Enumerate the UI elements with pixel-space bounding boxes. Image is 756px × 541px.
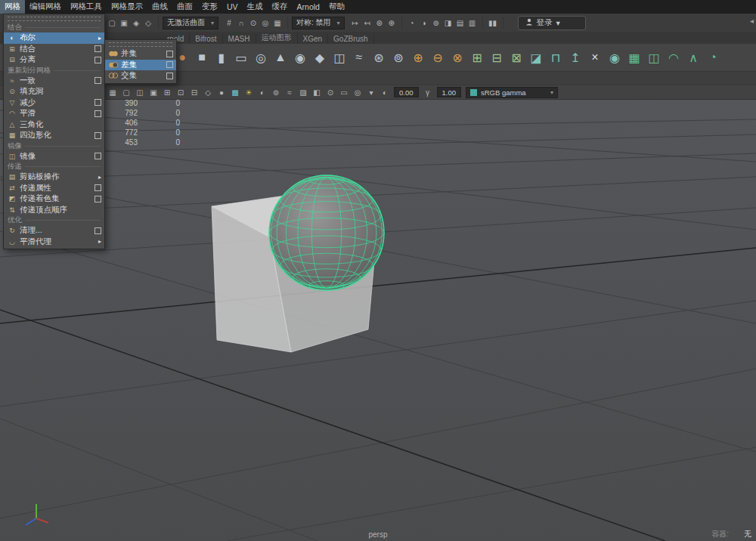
submenu-item-差集[interactable]: 差集 bbox=[105, 60, 176, 71]
multisample-icon[interactable]: ▨ bbox=[296, 87, 310, 98]
construction-history-icon[interactable]: ⊛ bbox=[373, 17, 386, 29]
poly-gear-icon[interactable]: ⊛ bbox=[369, 47, 389, 68]
exposure-icon[interactable]: ◐ bbox=[378, 87, 392, 98]
smooth-shade-icon[interactable]: ● bbox=[215, 87, 228, 98]
sphere-object[interactable] bbox=[269, 175, 384, 290]
submenu-tearoff-handle[interactable] bbox=[109, 42, 172, 47]
snap-plane-icon[interactable]: ▦ bbox=[271, 17, 284, 29]
menu-item-传递顶点顺序[interactable]: ⇅传递顶点顺序 bbox=[4, 205, 104, 216]
select-component-icon[interactable]: ◈ bbox=[130, 17, 142, 29]
menu-item-四边形化[interactable]: ▦四边形化 bbox=[4, 130, 104, 141]
resolution-gate-icon[interactable]: ◫ bbox=[133, 87, 147, 98]
snap-center-icon[interactable]: ◎ bbox=[259, 17, 271, 29]
select-hierarchy-icon[interactable]: ▢ bbox=[106, 17, 118, 29]
grid-toggle-icon[interactable]: ▦ bbox=[106, 87, 119, 98]
menu-item-填充洞[interactable]: ⊙填充洞 bbox=[4, 86, 104, 97]
menubar-item-Arnold[interactable]: Arnold bbox=[293, 1, 324, 13]
menu-item-减少[interactable]: ▽减少 bbox=[4, 97, 104, 109]
option-box[interactable] bbox=[94, 196, 101, 202]
menu-item-传递着色集[interactable]: ◩传递着色集 bbox=[4, 193, 104, 205]
poly-cube-icon[interactable]: ■ bbox=[192, 47, 212, 68]
option-box[interactable] bbox=[94, 45, 101, 52]
menu-item-一致[interactable]: ≈一致 bbox=[4, 76, 104, 87]
render-frame-icon[interactable]: ◔ bbox=[406, 17, 418, 29]
menu-item-平滑[interactable]: ◠平滑 bbox=[4, 108, 104, 119]
render-settings-icon[interactable]: ⊚ bbox=[430, 17, 442, 29]
isolate-select-icon[interactable]: ⊙ bbox=[324, 87, 337, 98]
ipr-render-icon[interactable]: ◑ bbox=[418, 17, 430, 29]
option-box[interactable] bbox=[166, 73, 173, 79]
shelf-tab-GoZBrush[interactable]: GoZBrush bbox=[328, 34, 374, 44]
menu-item-三角化[interactable]: △三角化 bbox=[4, 119, 104, 131]
shelf-tab-运动图形[interactable]: 运动图形 bbox=[256, 32, 298, 44]
render-view-icon[interactable]: ▤ bbox=[454, 17, 466, 29]
option-box[interactable] bbox=[94, 184, 101, 191]
submenu-item-并集[interactable]: 并集 bbox=[105, 48, 176, 60]
combine-icon[interactable]: ⊞ bbox=[467, 47, 487, 68]
colorspace-dropdown[interactable]: sRGB gamma▾ bbox=[466, 87, 558, 98]
sequence-render-icon[interactable]: ▥ bbox=[466, 17, 479, 29]
poly-plane-icon[interactable]: ▭ bbox=[231, 47, 251, 68]
separate-icon[interactable]: ⊟ bbox=[487, 47, 507, 68]
menubar-item-网格显示[interactable]: 网格显示 bbox=[107, 0, 147, 14]
input-connection-icon[interactable]: ↦ bbox=[349, 17, 361, 29]
shelf-tab-XGen[interactable]: XGen bbox=[298, 34, 329, 44]
gamma-icon[interactable]: γ bbox=[421, 87, 435, 98]
option-box[interactable] bbox=[94, 57, 101, 63]
snap-grid-icon[interactable]: # bbox=[223, 17, 235, 29]
shadows-icon[interactable]: ◐ bbox=[256, 87, 269, 98]
hypershade-icon[interactable]: ◨ bbox=[442, 17, 454, 29]
menu-item-分离[interactable]: ⊟分离 bbox=[4, 54, 104, 66]
crease-icon[interactable]: ∧ bbox=[683, 47, 703, 68]
boolean-union-icon[interactable]: ⊕ bbox=[408, 47, 428, 68]
bookmarks-icon[interactable]: ▾ bbox=[364, 87, 378, 98]
poly-helix-icon[interactable]: ≈ bbox=[349, 47, 369, 68]
poly-disc-icon[interactable]: ◉ bbox=[290, 47, 310, 68]
menu-item-镜像[interactable]: ◫镜像 bbox=[4, 151, 104, 162]
option-box[interactable] bbox=[94, 77, 101, 84]
poly-torus-icon[interactable]: ◎ bbox=[251, 47, 271, 68]
gate-mask-icon[interactable]: ▣ bbox=[147, 87, 160, 98]
image-plane-icon[interactable]: ▭ bbox=[337, 87, 351, 98]
viewport-persp[interactable]: 39007920406077204530 persp 容器:无 bbox=[0, 98, 756, 541]
menu-tearoff-handle[interactable] bbox=[8, 17, 101, 21]
poly-cone-icon[interactable]: ▲ bbox=[271, 47, 290, 68]
option-box[interactable] bbox=[94, 227, 101, 234]
option-box[interactable] bbox=[94, 132, 101, 139]
menubar-item-曲面[interactable]: 曲面 bbox=[172, 0, 197, 14]
menubar-item-帮助[interactable]: 帮助 bbox=[324, 0, 349, 14]
target-weld-icon[interactable]: ◉ bbox=[605, 47, 624, 68]
textured-mode-icon[interactable]: ▩ bbox=[228, 87, 242, 98]
use-all-lights-icon[interactable]: ☀ bbox=[242, 87, 256, 98]
login-button[interactable]: 登录▾ bbox=[518, 16, 586, 30]
platonic-solid-icon[interactable]: ◆ bbox=[310, 47, 330, 68]
select-object-icon[interactable]: ▣ bbox=[118, 17, 130, 29]
option-box[interactable] bbox=[166, 61, 173, 68]
snap-point-icon[interactable]: ⊙ bbox=[247, 17, 259, 29]
snap-curve-icon[interactable]: ∩ bbox=[235, 17, 247, 29]
lasso-select-icon[interactable]: ◇ bbox=[142, 17, 154, 29]
extract-icon[interactable]: ⊠ bbox=[507, 47, 526, 68]
menu-item-清理...[interactable]: ↻清理... bbox=[4, 225, 104, 236]
poly-superellipse-icon[interactable]: ⊚ bbox=[389, 47, 408, 68]
sculpt-icon[interactable]: ◔ bbox=[703, 47, 723, 68]
menu-item-平滑代理[interactable]: ◡平滑代理▸ bbox=[4, 236, 104, 248]
poly-pipe-icon[interactable]: ◫ bbox=[330, 47, 349, 68]
safe-action-icon[interactable]: ⊡ bbox=[174, 87, 187, 98]
menu-item-剪贴板操作[interactable]: ▤剪贴板操作▸ bbox=[4, 172, 104, 183]
gamma-field[interactable]: 1.00 bbox=[437, 87, 462, 97]
selection-mask-dropdown[interactable]: 无激活曲面▾ bbox=[163, 17, 218, 29]
collapse-statusline-icon[interactable]: ◂ bbox=[750, 17, 754, 25]
menubar-item-曲线[interactable]: 曲线 bbox=[147, 0, 172, 14]
wireframe-mode-icon[interactable]: ◇ bbox=[201, 87, 215, 98]
bridge-icon[interactable]: ⊓ bbox=[546, 47, 565, 68]
boolean-difference-icon[interactable]: ⊖ bbox=[428, 47, 448, 68]
field-chart-icon[interactable]: ⊞ bbox=[160, 87, 174, 98]
exposure-field[interactable]: 0.00 bbox=[394, 87, 419, 97]
extrude-icon[interactable]: ↥ bbox=[565, 47, 585, 68]
quad-draw-icon[interactable]: ▦ bbox=[624, 47, 644, 68]
menubar-item-编辑网格[interactable]: 编辑网格 bbox=[25, 0, 66, 14]
menu-item-传递属性[interactable]: ⇄传递属性 bbox=[4, 183, 104, 194]
shelf-tab-MASH[interactable]: MASH bbox=[223, 34, 256, 44]
menubar-item-网格工具[interactable]: 网格工具 bbox=[66, 0, 107, 14]
